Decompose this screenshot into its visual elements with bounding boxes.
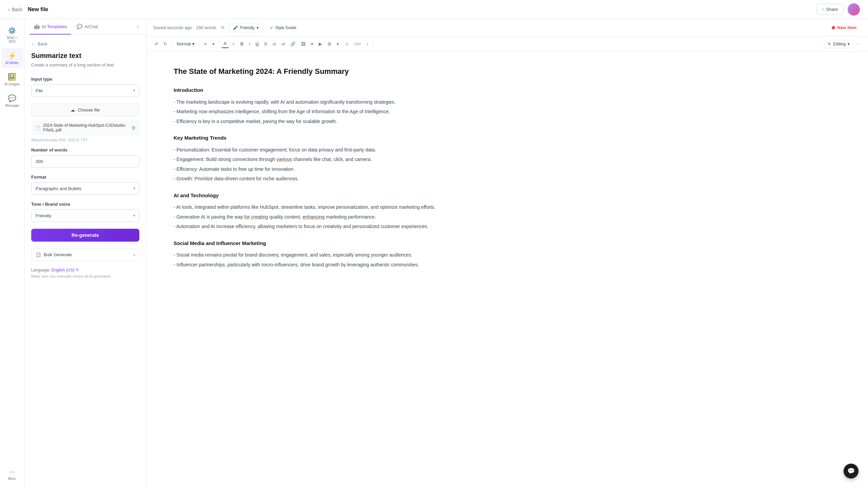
toolbar-divider-2 bbox=[199, 41, 200, 47]
avatar-image bbox=[848, 3, 860, 16]
disclaimer-text: Make sure you manually review all AI gen… bbox=[31, 274, 139, 279]
editor-topbar: Saved seconds ago 290 words 👁 🎤 Friendly… bbox=[146, 19, 868, 37]
share-label: Share bbox=[826, 7, 838, 12]
bold-button[interactable]: B bbox=[238, 40, 246, 48]
social-bullet-1: - Social media remains pivotal for brand… bbox=[174, 251, 841, 259]
avatar[interactable] bbox=[848, 3, 860, 16]
image-button[interactable]: 🖼 bbox=[299, 40, 308, 48]
main-layout: ⚙️ Brief + SEO ⚡ AI Writer 🖼️ AI Images … bbox=[0, 19, 868, 488]
sidebar-item-ai-images[interactable]: 🖼️ AI Images bbox=[1, 69, 23, 89]
tab-ai-templates[interactable]: 🤖 AI Templates bbox=[30, 19, 71, 35]
template-title: Summarize text bbox=[31, 52, 139, 60]
choose-file-label: Choose file bbox=[78, 107, 100, 113]
input-type-select-wrapper: File Text URL bbox=[31, 84, 139, 97]
file-item: 📄 2024-State-of-Marketing-HubSpot-CXDstu… bbox=[31, 120, 139, 135]
sidebar-item-message[interactable]: 💬 Message bbox=[1, 91, 23, 111]
chat-bubble[interactable]: 💬 bbox=[844, 464, 859, 479]
table-button[interactable]: ⊞ bbox=[325, 40, 334, 48]
emoji-button[interactable]: ☺ bbox=[342, 40, 351, 48]
bulk-generate-icon: 📋 bbox=[36, 252, 41, 257]
edit-language-icon[interactable]: ✎ bbox=[76, 268, 79, 272]
style-dropdown-icon: ▾ bbox=[192, 41, 195, 46]
template-back-button[interactable]: ← Back bbox=[31, 41, 47, 46]
underline-various: various bbox=[277, 157, 292, 162]
tone-selector[interactable]: 🎤 Friendly ▾ bbox=[229, 23, 262, 32]
template-back-label: Back bbox=[38, 41, 47, 46]
editor-meta: Saved seconds ago 290 words 👁 🎤 Friendly… bbox=[153, 23, 823, 32]
undo-button[interactable]: ↺ bbox=[152, 40, 160, 48]
social-bullet-2: - Influencer partnerships, particularly … bbox=[174, 261, 841, 269]
link-button[interactable]: 🔗 bbox=[288, 40, 298, 48]
pencil-icon: ✎ bbox=[828, 42, 831, 46]
highlight-button[interactable]: A bbox=[230, 40, 237, 48]
share-button[interactable]: ↑ Share bbox=[816, 4, 844, 15]
new-item-label: New Item bbox=[837, 25, 856, 30]
file-name: 2024-State-of-Marketing-HubSpot-CXDstudi… bbox=[43, 123, 129, 133]
sidebar-label-brief-seo: Brief + SEO bbox=[4, 36, 20, 43]
regenerate-button[interactable]: Re-generate bbox=[31, 229, 139, 242]
more-toolbar-button[interactable]: ··· bbox=[854, 40, 863, 48]
editor-toolbar: ↺ ↻ Normal ▾ ≡ ▾ A A B I U S ol ul 🔗 🖼 ▾… bbox=[146, 37, 868, 52]
sidebar-label-ai-writer: AI Writer bbox=[5, 61, 19, 65]
extra-format-button[interactable]: ↕ bbox=[364, 40, 371, 48]
editor-content[interactable]: The State of Marketing 2024: A Friendly … bbox=[146, 52, 868, 488]
upload-icon: ☁ bbox=[71, 107, 75, 113]
section-ai-technology: AI and Technology - AI tools, integrated… bbox=[174, 191, 841, 231]
table-dropdown-button[interactable]: ▾ bbox=[334, 40, 341, 48]
input-type-label: Input type bbox=[31, 77, 139, 82]
align-dropdown-button[interactable]: ▾ bbox=[210, 40, 217, 48]
ordered-list-button[interactable]: ol bbox=[270, 40, 278, 48]
italic-button[interactable]: I bbox=[246, 40, 253, 48]
file-icon: 📄 bbox=[35, 125, 40, 130]
format-select[interactable]: Paragraphs and Bullets Paragraphs Bullet… bbox=[31, 182, 139, 195]
message-icon: 💬 bbox=[8, 94, 16, 102]
language-info: Language: English (US) ✎ bbox=[31, 268, 139, 272]
back-button[interactable]: ‹ Back bbox=[8, 7, 22, 12]
bulk-generate-section[interactable]: 📋 Bulk Generate › bbox=[31, 248, 139, 261]
editor-area: Saved seconds ago 290 words 👁 🎤 Friendly… bbox=[146, 19, 868, 488]
tab-aichat[interactable]: 💬 AIChat bbox=[73, 19, 102, 35]
sidebar-item-brief-seo[interactable]: ⚙️ Brief + SEO bbox=[1, 23, 23, 47]
strikethrough-button[interactable]: S bbox=[262, 40, 270, 48]
file-delete-button[interactable]: 🗑 bbox=[131, 125, 136, 130]
template-description: Create a summary of a long section of te… bbox=[31, 62, 139, 68]
visibility-icon[interactable]: 👁 bbox=[220, 25, 225, 30]
section-title-ai: AI and Technology bbox=[174, 191, 841, 200]
tone-select[interactable]: Friendly Professional Casual Formal bbox=[31, 209, 139, 222]
choose-file-button[interactable]: ☁ Choose file bbox=[31, 104, 139, 116]
new-item-dot bbox=[832, 26, 835, 29]
unordered-list-button[interactable]: ul bbox=[279, 40, 287, 48]
style-dropdown[interactable]: Normal ▾ bbox=[174, 40, 197, 48]
aichat-tab-icon: 💬 bbox=[77, 24, 82, 29]
input-type-select[interactable]: File Text URL bbox=[31, 84, 139, 97]
toolbar-divider-1 bbox=[172, 41, 172, 47]
text-color-button[interactable]: A bbox=[221, 40, 229, 48]
top-nav-right: ↑ Share bbox=[816, 3, 860, 16]
word-count-input[interactable] bbox=[31, 155, 139, 168]
image-dropdown-button[interactable]: ▾ bbox=[309, 40, 316, 48]
mic-icon: 🎤 bbox=[233, 25, 238, 30]
align-left-button[interactable]: ≡ bbox=[202, 40, 209, 48]
top-nav: ‹ Back New file ↑ Share bbox=[0, 0, 868, 19]
style-guide-button[interactable]: ✓ Style Guide bbox=[267, 24, 300, 32]
section-title-key-trends: Key Marketing Trends bbox=[174, 134, 841, 142]
indent-button[interactable]: ▶ bbox=[316, 40, 324, 48]
panel-collapse-button[interactable]: ‹ bbox=[135, 22, 141, 32]
redo-button[interactable]: ↻ bbox=[161, 40, 170, 48]
ai-bullet-1: - AI tools, integrated within platforms … bbox=[174, 203, 841, 211]
code-button[interactable]: </> bbox=[352, 40, 363, 48]
tone-value: Friendly bbox=[240, 25, 255, 30]
new-item-button[interactable]: New Item bbox=[827, 23, 861, 33]
ai-templates-tab-label: AI Templates bbox=[42, 24, 67, 29]
word-count-display: 290 words bbox=[196, 25, 216, 30]
trends-bullet-2: - Engagement: Build strong connections t… bbox=[174, 155, 841, 164]
regenerate-label: Re-generate bbox=[72, 232, 99, 238]
language-link[interactable]: English (US) bbox=[52, 268, 74, 272]
chat-bubble-icon: 💬 bbox=[847, 467, 855, 475]
language-prefix: Language: bbox=[31, 268, 51, 272]
sidebar-item-ai-writer[interactable]: ⚡ AI Writer bbox=[1, 48, 23, 68]
underline-for-creating: for creating bbox=[244, 214, 268, 220]
underline-button[interactable]: U bbox=[253, 40, 261, 48]
sidebar-item-more[interactable]: ··· More bbox=[1, 464, 23, 484]
editing-badge[interactable]: ✎ Editing ▾ bbox=[824, 40, 853, 48]
